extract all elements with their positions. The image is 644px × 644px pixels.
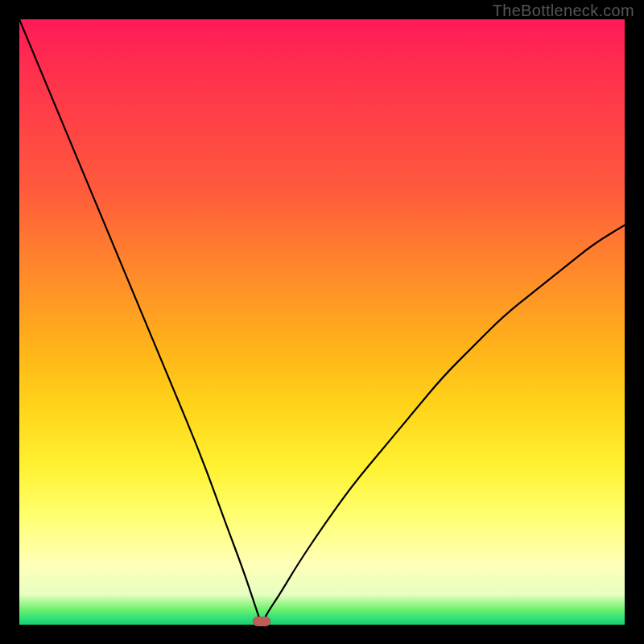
plot-area [19,19,625,625]
minimum-marker [253,617,270,626]
chart-frame: TheBottleneck.com [0,0,644,644]
bottleneck-curve [19,19,625,625]
watermark-text: TheBottleneck.com [493,2,634,20]
